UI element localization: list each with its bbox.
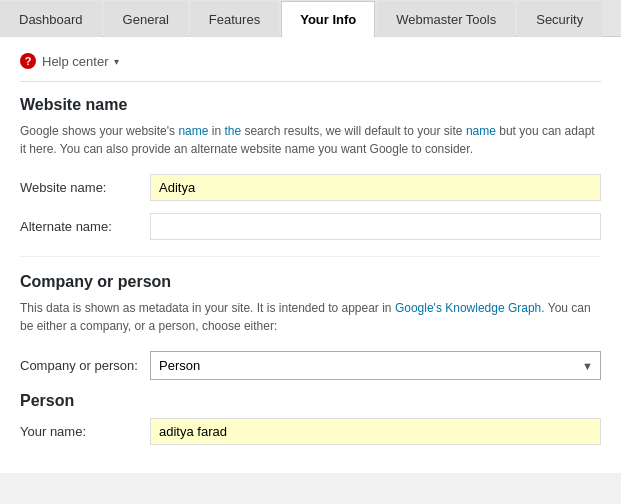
tab-bar: Dashboard General Features Your Info Web… [0,0,621,37]
company-or-person-label: Company or person: [20,358,150,373]
tab-your-info[interactable]: Your Info [281,1,375,37]
website-name-input[interactable] [150,174,601,201]
your-name-input[interactable] [150,418,601,445]
website-name-label: Website name: [20,180,150,195]
tab-general[interactable]: General [104,1,188,37]
your-name-label: Your name: [20,424,150,439]
tab-webmaster-tools[interactable]: Webmaster Tools [377,1,515,37]
website-name-section: Website name Google shows your website's… [20,96,601,240]
alternate-name-row: Alternate name: [20,213,601,240]
help-bar: ? Help center ▾ [20,53,601,82]
tab-features[interactable]: Features [190,1,279,37]
company-person-title: Company or person [20,273,601,291]
your-name-row: Your name: [20,418,601,445]
help-icon: ? [20,53,36,69]
website-name-row: Website name: [20,174,601,201]
website-name-description: Google shows your website's name in the … [20,122,601,158]
person-title: Person [20,392,601,410]
company-or-person-row: Company or person: Person Company ▼ [20,351,601,380]
company-person-description: This data is shown as metadata in your s… [20,299,601,335]
person-section: Person Your name: [20,392,601,445]
company-or-person-select[interactable]: Person Company [150,351,601,380]
help-center-link[interactable]: Help center [42,54,108,69]
section-divider-1 [20,256,601,257]
company-person-section: Company or person This data is shown as … [20,273,601,380]
tab-security[interactable]: Security [517,1,602,37]
tab-dashboard[interactable]: Dashboard [0,1,102,37]
help-dropdown-arrow[interactable]: ▾ [114,56,119,67]
alternate-name-label: Alternate name: [20,219,150,234]
alternate-name-input[interactable] [150,213,601,240]
main-content: ? Help center ▾ Website name Google show… [0,37,621,473]
company-select-wrapper: Person Company ▼ [150,351,601,380]
website-name-title: Website name [20,96,601,114]
